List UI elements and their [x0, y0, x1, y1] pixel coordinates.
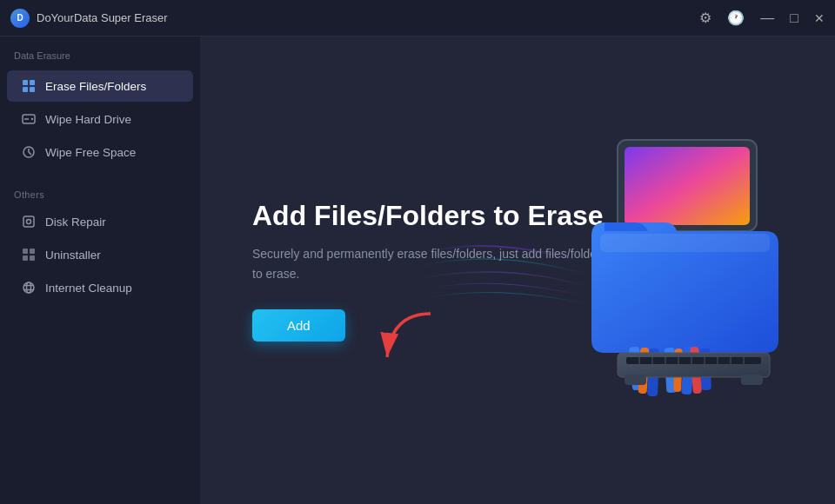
sidebar-item-internet-cleanup[interactable]: Internet Cleanup — [7, 272, 193, 303]
minimize-icon[interactable]: — — [760, 10, 774, 26]
svg-rect-8 — [23, 216, 34, 227]
arrow-container — [374, 305, 444, 378]
svg-rect-1 — [30, 80, 35, 85]
wipe-hard-drive-label: Wipe Hard Drive — [45, 113, 131, 126]
svg-rect-20 — [625, 147, 750, 225]
settings-icon[interactable]: ⚙ — [699, 10, 711, 26]
svg-rect-13 — [30, 255, 35, 261]
svg-rect-2 — [23, 87, 28, 92]
svg-rect-12 — [23, 255, 28, 261]
titlebar-title: DoYourData Super Eraser — [37, 11, 168, 24]
svg-rect-3 — [30, 87, 35, 92]
maximize-icon[interactable]: □ — [790, 10, 798, 26]
sidebar-item-wipe-hard-drive[interactable]: Wipe Hard Drive — [7, 103, 193, 135]
wipe-free-space-label: Wipe Free Space — [45, 146, 136, 159]
svg-point-5 — [31, 118, 33, 120]
red-arrow — [374, 305, 444, 375]
internet-cleanup-label: Internet Cleanup — [45, 282, 132, 295]
wipe-hard-drive-icon — [21, 111, 37, 127]
erase-files-icon — [21, 78, 37, 94]
main-layout: Data Erasure Erase Files/Folders — [0, 36, 835, 504]
section-data-erasure-label: Data Erasure — [0, 47, 200, 70]
shredder-illustration — [548, 131, 809, 409]
titlebar-controls: ⚙ 🕐 — □ ✕ — [699, 10, 825, 26]
wipe-free-space-icon — [21, 144, 37, 160]
disk-repair-icon — [21, 214, 37, 229]
sidebar-item-erase-files[interactable]: Erase Files/Folders — [7, 70, 193, 102]
section-others-label: Others — [0, 182, 200, 205]
sidebar-item-wipe-free-space[interactable]: Wipe Free Space — [7, 136, 193, 168]
sidebar-item-disk-repair[interactable]: Disk Repair — [7, 206, 193, 237]
sidebar-item-uninstaller[interactable]: Uninstaller — [7, 239, 193, 270]
add-button[interactable]: Add — [252, 309, 345, 342]
sidebar: Data Erasure Erase Files/Folders — [0, 36, 200, 504]
svg-rect-10 — [23, 249, 28, 254]
svg-point-14 — [23, 282, 34, 293]
erase-files-label: Erase Files/Folders — [45, 80, 146, 93]
history-icon[interactable]: 🕐 — [727, 10, 745, 26]
svg-rect-11 — [30, 249, 35, 254]
titlebar: D DoYourData Super Eraser ⚙ 🕐 — □ ✕ — [0, 0, 835, 36]
main-content: Add Files/Folders to Erase Securely and … — [200, 36, 835, 504]
uninstaller-label: Uninstaller — [45, 249, 101, 262]
internet-cleanup-icon — [21, 280, 37, 295]
svg-rect-41 — [741, 375, 763, 385]
svg-rect-0 — [23, 80, 28, 85]
svg-rect-29 — [618, 353, 770, 377]
close-button[interactable]: ✕ — [814, 11, 825, 25]
titlebar-left: D DoYourData Super Eraser — [10, 9, 168, 28]
disk-repair-label: Disk Repair — [45, 216, 106, 229]
app-icon: D — [10, 9, 30, 28]
svg-rect-40 — [625, 375, 646, 385]
uninstaller-icon — [21, 247, 37, 262]
svg-rect-30 — [626, 357, 761, 364]
svg-point-15 — [27, 282, 31, 293]
svg-point-9 — [27, 220, 31, 224]
